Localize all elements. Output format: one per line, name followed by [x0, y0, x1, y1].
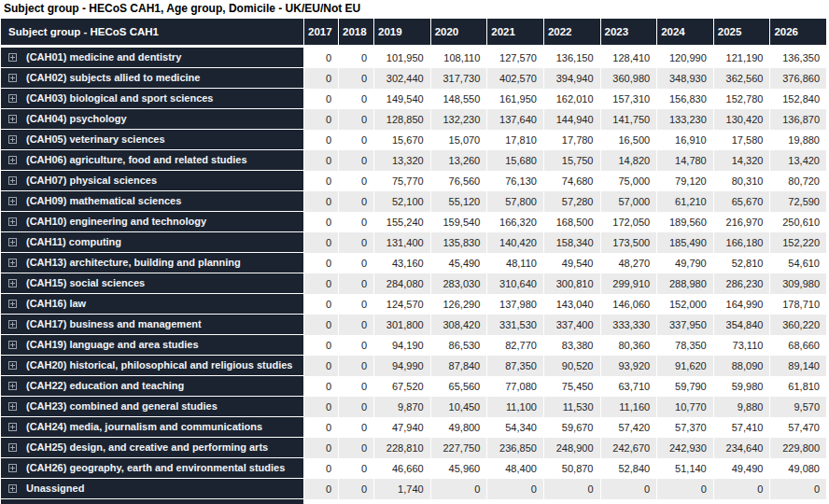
data-cell[interactable]: 94,190: [374, 335, 430, 356]
data-cell[interactable]: 13,260: [431, 150, 487, 171]
data-cell[interactable]: 0: [339, 294, 373, 315]
data-cell[interactable]: 90,520: [544, 356, 600, 376]
data-cell[interactable]: 152,000: [657, 294, 713, 315]
data-cell[interactable]: 155,240: [374, 212, 430, 232]
data-cell[interactable]: 57,420: [601, 417, 657, 438]
data-cell[interactable]: 17,810: [487, 130, 543, 150]
data-cell[interactable]: 0: [487, 479, 543, 499]
data-cell[interactable]: 141,750: [601, 109, 657, 130]
data-cell[interactable]: 337,400: [544, 315, 600, 335]
data-cell[interactable]: 88,090: [714, 356, 770, 376]
total-cell[interactable]: 2,727,760: [657, 499, 713, 504]
data-cell[interactable]: 0: [304, 335, 338, 356]
data-cell[interactable]: 80,720: [770, 171, 826, 191]
row-header[interactable]: (CAH24) media, journalism and communicat…: [1, 417, 303, 438]
data-cell[interactable]: 348,930: [657, 68, 713, 89]
data-cell[interactable]: 0: [339, 68, 373, 89]
data-cell[interactable]: 0: [339, 48, 373, 68]
data-cell[interactable]: 173,500: [601, 232, 657, 253]
data-cell[interactable]: 136,150: [544, 48, 600, 68]
data-cell[interactable]: 0: [304, 130, 338, 150]
data-cell[interactable]: 49,540: [544, 253, 600, 273]
expand-plus-icon[interactable]: [8, 423, 17, 431]
column-header-year[interactable]: 2026: [770, 19, 826, 48]
data-cell[interactable]: 131,400: [374, 232, 430, 253]
data-cell[interactable]: 0: [304, 253, 338, 273]
data-cell[interactable]: 17,780: [544, 130, 600, 150]
data-cell[interactable]: 75,450: [544, 376, 600, 397]
data-cell[interactable]: 360,220: [770, 315, 826, 335]
data-cell[interactable]: 144,940: [544, 109, 600, 130]
data-cell[interactable]: 14,320: [714, 150, 770, 171]
data-cell[interactable]: 284,080: [374, 273, 430, 294]
data-cell[interactable]: 228,810: [374, 438, 430, 458]
data-cell[interactable]: 11,100: [487, 397, 543, 417]
data-cell[interactable]: 286,230: [714, 273, 770, 294]
data-cell[interactable]: 229,800: [770, 438, 826, 458]
data-cell[interactable]: 143,040: [544, 294, 600, 315]
expand-plus-icon[interactable]: [8, 115, 17, 123]
row-header[interactable]: (CAH04) psychology: [1, 109, 303, 130]
data-cell[interactable]: 156,830: [657, 89, 713, 109]
data-cell[interactable]: 288,980: [657, 273, 713, 294]
data-cell[interactable]: 402,570: [487, 68, 543, 89]
row-header[interactable]: (CAH09) mathematical sciences: [1, 191, 303, 212]
data-cell[interactable]: 0: [544, 479, 600, 499]
data-cell[interactable]: 0: [339, 130, 373, 150]
row-header[interactable]: (CAH11) computing: [1, 232, 303, 253]
row-header[interactable]: (CAH19) language and area studies: [1, 335, 303, 356]
data-cell[interactable]: 299,910: [601, 273, 657, 294]
data-cell[interactable]: 0: [304, 191, 338, 212]
data-cell[interactable]: 128,850: [374, 109, 430, 130]
data-cell[interactable]: 14,780: [657, 150, 713, 171]
data-cell[interactable]: 137,640: [487, 109, 543, 130]
data-cell[interactable]: 1,740: [374, 479, 430, 499]
data-cell[interactable]: 91,620: [657, 356, 713, 376]
data-cell[interactable]: 67,520: [374, 376, 430, 397]
data-cell[interactable]: 140,420: [487, 232, 543, 253]
data-cell[interactable]: 57,000: [601, 191, 657, 212]
data-cell[interactable]: 216,970: [714, 212, 770, 232]
expand-plus-icon[interactable]: [8, 464, 17, 472]
data-cell[interactable]: 172,050: [601, 212, 657, 232]
data-cell[interactable]: 49,080: [770, 458, 826, 479]
data-cell[interactable]: 9,880: [714, 397, 770, 417]
data-cell[interactable]: 74,680: [544, 171, 600, 191]
column-header-year[interactable]: 2021: [487, 19, 543, 48]
data-cell[interactable]: 54,610: [770, 253, 826, 273]
data-cell[interactable]: 227,750: [431, 438, 487, 458]
data-cell[interactable]: 19,880: [770, 130, 826, 150]
expand-plus-icon[interactable]: [8, 135, 17, 144]
data-cell[interactable]: 121,190: [714, 48, 770, 68]
data-cell[interactable]: 108,110: [431, 48, 487, 68]
data-cell[interactable]: 48,110: [487, 253, 543, 273]
data-cell[interactable]: 93,920: [601, 356, 657, 376]
data-cell[interactable]: 52,810: [714, 253, 770, 273]
data-cell[interactable]: 337,950: [657, 315, 713, 335]
data-cell[interactable]: 234,640: [714, 438, 770, 458]
data-cell[interactable]: 0: [304, 397, 338, 417]
data-cell[interactable]: 16,910: [657, 130, 713, 150]
total-cell[interactable]: 2,471,630: [374, 499, 430, 504]
data-cell[interactable]: 146,060: [601, 294, 657, 315]
data-cell[interactable]: 362,560: [714, 68, 770, 89]
total-cell[interactable]: 2,726,970: [601, 499, 657, 504]
data-cell[interactable]: 0: [339, 109, 373, 130]
data-cell[interactable]: 148,550: [431, 89, 487, 109]
data-cell[interactable]: 15,750: [544, 150, 600, 171]
data-cell[interactable]: 52,100: [374, 191, 430, 212]
data-cell[interactable]: 45,960: [431, 458, 487, 479]
data-cell[interactable]: 0: [304, 315, 338, 335]
data-cell[interactable]: 9,870: [374, 397, 430, 417]
data-cell[interactable]: 47,940: [374, 417, 430, 438]
row-header[interactable]: (CAH25) design, and creative and perform…: [1, 438, 303, 458]
data-cell[interactable]: 9,570: [770, 397, 826, 417]
row-header[interactable]: (CAH13) architecture, building and plann…: [1, 253, 303, 273]
row-header[interactable]: (CAH01) medicine and dentistry: [1, 48, 303, 68]
data-cell[interactable]: 75,770: [374, 171, 430, 191]
data-cell[interactable]: 159,540: [431, 212, 487, 232]
data-cell[interactable]: 376,860: [770, 68, 826, 89]
data-cell[interactable]: 317,730: [431, 68, 487, 89]
data-cell[interactable]: 149,540: [374, 89, 430, 109]
data-cell[interactable]: 46,660: [374, 458, 430, 479]
